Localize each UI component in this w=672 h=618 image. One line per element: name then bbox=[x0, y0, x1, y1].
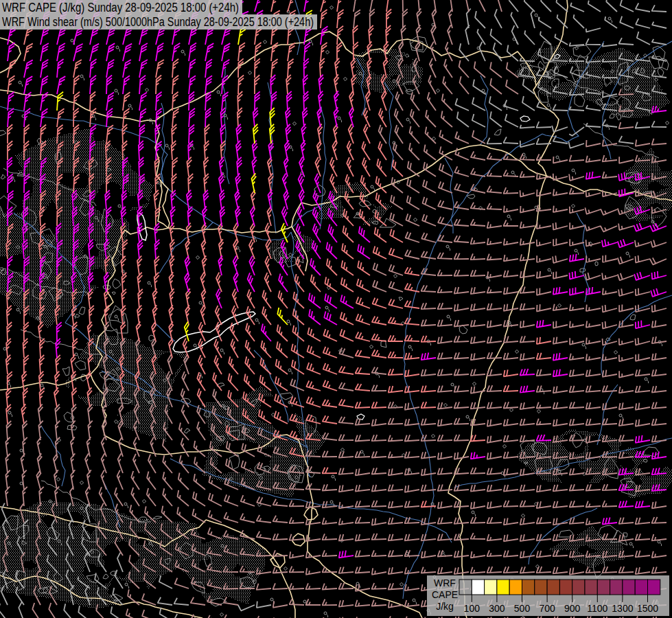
legend-color-box-15 bbox=[648, 580, 660, 595]
legend-color-box-9 bbox=[572, 580, 585, 595]
legend-tick-value-4: 900 bbox=[564, 603, 581, 614]
legend: WRFCAPEJ/kg100300500700900110013001500 bbox=[427, 575, 669, 616]
legend-tick-value-5: 1100 bbox=[587, 603, 607, 614]
legend-color-box-2 bbox=[485, 580, 497, 595]
legend-tick-value-2: 500 bbox=[514, 603, 531, 614]
weather-map: WRF CAPE (J/kg) Sunday 28-09-2025 18:00 … bbox=[0, 0, 672, 618]
legend-color-box-12 bbox=[610, 580, 623, 595]
legend-color-box-6 bbox=[535, 580, 547, 595]
legend-tick-value-3: 700 bbox=[539, 603, 555, 614]
map-canvas: WRF CAPE (J/kg) Sunday 28-09-2025 18:00 … bbox=[0, 0, 672, 618]
legend-color-box-4 bbox=[509, 580, 522, 595]
legend-color-box-3 bbox=[497, 580, 509, 595]
legend-tick-value-1: 300 bbox=[489, 603, 505, 614]
legend-color-box-1 bbox=[472, 580, 484, 595]
legend-color-box-8 bbox=[559, 580, 572, 595]
legend-tick-value-0: 100 bbox=[464, 603, 480, 614]
legend-tick-value-7: 1500 bbox=[637, 603, 658, 614]
legend-label-CAPE: CAPE bbox=[432, 589, 458, 600]
legend-color-box-10 bbox=[585, 580, 597, 595]
legend-color-box-14 bbox=[635, 580, 647, 595]
legend-tick-value-6: 1300 bbox=[612, 603, 633, 614]
legend-color-box-11 bbox=[597, 580, 610, 595]
title-line-1: WRF CAPE (J/kg) Sunday 28-09-2025 18:00 … bbox=[2, 1, 239, 14]
title-line-2: WRF Wind shear (m/s) 500/1000hPa Sunday … bbox=[2, 15, 314, 29]
legend-color-box-7 bbox=[547, 580, 559, 595]
legend-color-box-13 bbox=[623, 580, 635, 595]
legend-label-J-kg: J/kg bbox=[436, 601, 454, 612]
legend-color-box-5 bbox=[522, 580, 535, 595]
legend-label-WRF: WRF bbox=[434, 577, 456, 588]
legend-color-box-0 bbox=[459, 580, 472, 595]
